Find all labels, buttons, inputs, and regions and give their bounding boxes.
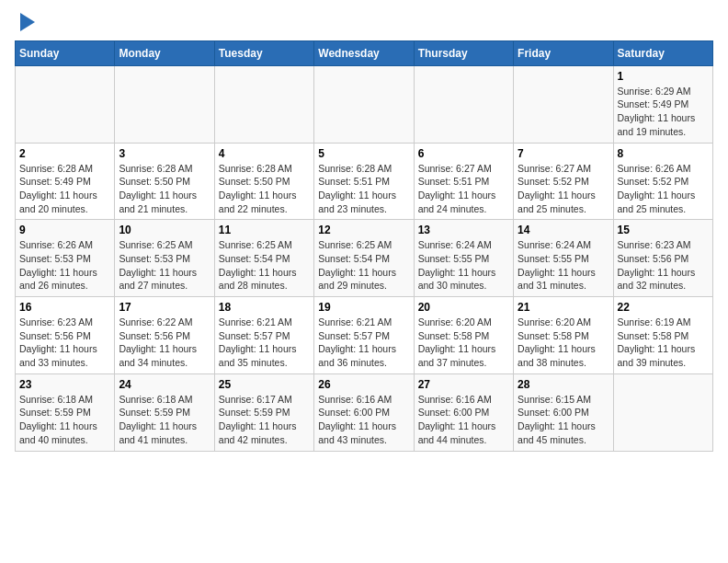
sunrise-label: Sunrise: 6:20 AM: [518, 316, 591, 327]
sunset-label: Sunset: 5:51 PM: [418, 176, 490, 187]
day-info: Sunrise: 6:25 AM Sunset: 5:54 PM Dayligh…: [219, 238, 310, 293]
empty-cell: [19, 70, 110, 134]
day-info: Sunrise: 6:24 AM Sunset: 5:55 PM Dayligh…: [518, 238, 609, 293]
daylight-label: Daylight: 11 hours and 19 minutes.: [618, 112, 696, 137]
day-number: 23: [19, 378, 110, 391]
daylight-label: Daylight: 11 hours and 36 minutes.: [318, 343, 396, 368]
daylight-label: Daylight: 11 hours and 43 minutes.: [318, 420, 396, 445]
daylight-label: Daylight: 11 hours and 40 minutes.: [19, 420, 97, 445]
empty-cell: [219, 70, 310, 134]
day-info: Sunrise: 6:20 AM Sunset: 5:58 PM Dayligh…: [518, 316, 609, 370]
sunset-label: Sunset: 5:56 PM: [19, 330, 91, 341]
daylight-label: Daylight: 11 hours and 20 minutes.: [19, 190, 97, 214]
day-number: 21: [518, 301, 609, 314]
calendar-cell: 18 Sunrise: 6:21 AM Sunset: 5:57 PM Dayl…: [214, 297, 313, 374]
sunrise-label: Sunrise: 6:24 AM: [518, 239, 591, 250]
daylight-label: Daylight: 11 hours and 35 minutes.: [219, 343, 297, 368]
calendar-cell: 13 Sunrise: 6:24 AM Sunset: 5:55 PM Dayl…: [414, 220, 513, 297]
calendar-body: 1 Sunrise: 6:29 AM Sunset: 5:49 PM Dayli…: [16, 65, 713, 451]
sunrise-label: Sunrise: 6:16 AM: [318, 394, 392, 405]
sunset-label: Sunset: 5:53 PM: [119, 253, 190, 264]
calendar-cell: [214, 65, 313, 143]
calendar-day-header: Sunday: [16, 40, 115, 65]
day-info: Sunrise: 6:16 AM Sunset: 6:00 PM Dayligh…: [318, 393, 409, 447]
sunrise-label: Sunrise: 6:28 AM: [318, 163, 392, 174]
day-info: Sunrise: 6:15 AM Sunset: 6:00 PM Dayligh…: [518, 393, 609, 447]
day-number: 11: [219, 224, 310, 236]
day-number: 5: [318, 147, 409, 160]
sunset-label: Sunset: 5:53 PM: [19, 253, 91, 264]
day-number: 1: [618, 70, 709, 83]
day-number: 18: [219, 301, 310, 314]
daylight-label: Daylight: 11 hours and 44 minutes.: [418, 420, 496, 445]
day-info: Sunrise: 6:28 AM Sunset: 5:50 PM Dayligh…: [219, 162, 310, 216]
day-info: Sunrise: 6:20 AM Sunset: 5:58 PM Dayligh…: [418, 316, 509, 370]
daylight-label: Daylight: 11 hours and 24 minutes.: [418, 190, 496, 214]
day-number: 7: [518, 147, 609, 160]
daylight-label: Daylight: 11 hours and 31 minutes.: [518, 267, 596, 292]
day-info: Sunrise: 6:26 AM Sunset: 5:52 PM Dayligh…: [618, 162, 709, 216]
sunset-label: Sunset: 6:00 PM: [318, 407, 390, 418]
day-info: Sunrise: 6:21 AM Sunset: 5:57 PM Dayligh…: [318, 316, 409, 370]
day-number: 8: [618, 147, 709, 160]
calendar-cell: 26 Sunrise: 6:16 AM Sunset: 6:00 PM Dayl…: [314, 373, 414, 451]
calendar-cell: 21 Sunrise: 6:20 AM Sunset: 5:58 PM Dayl…: [514, 297, 613, 374]
calendar-week-row: 2 Sunrise: 6:28 AM Sunset: 5:49 PM Dayli…: [16, 143, 713, 220]
calendar-cell: 27 Sunrise: 6:16 AM Sunset: 6:00 PM Dayl…: [414, 373, 513, 451]
day-info: Sunrise: 6:24 AM Sunset: 5:55 PM Dayligh…: [418, 238, 509, 293]
logo: [15, 15, 35, 33]
calendar-cell: 15 Sunrise: 6:23 AM Sunset: 5:56 PM Dayl…: [613, 220, 712, 297]
daylight-label: Daylight: 11 hours and 27 minutes.: [119, 267, 197, 292]
sunrise-label: Sunrise: 6:19 AM: [618, 316, 691, 327]
sunset-label: Sunset: 5:54 PM: [219, 253, 290, 264]
daylight-label: Daylight: 11 hours and 32 minutes.: [618, 267, 696, 292]
calendar-cell: 11 Sunrise: 6:25 AM Sunset: 5:54 PM Dayl…: [214, 220, 313, 297]
daylight-label: Daylight: 11 hours and 25 minutes.: [618, 190, 696, 214]
sunset-label: Sunset: 5:54 PM: [318, 253, 390, 264]
calendar-cell: 16 Sunrise: 6:23 AM Sunset: 5:56 PM Dayl…: [16, 297, 115, 374]
day-info: Sunrise: 6:18 AM Sunset: 5:59 PM Dayligh…: [19, 393, 110, 447]
sunset-label: Sunset: 5:49 PM: [618, 98, 689, 109]
day-info: Sunrise: 6:21 AM Sunset: 5:57 PM Dayligh…: [219, 316, 310, 370]
sunrise-label: Sunrise: 6:25 AM: [119, 239, 192, 250]
daylight-label: Daylight: 11 hours and 23 minutes.: [318, 190, 396, 214]
day-info: Sunrise: 6:18 AM Sunset: 5:59 PM Dayligh…: [119, 393, 210, 447]
calendar-cell: 24 Sunrise: 6:18 AM Sunset: 5:59 PM Dayl…: [115, 373, 214, 451]
day-number: 28: [518, 378, 609, 391]
sunset-label: Sunset: 5:58 PM: [518, 330, 589, 341]
sunrise-label: Sunrise: 6:15 AM: [518, 394, 591, 405]
day-number: 27: [418, 378, 509, 391]
sunrise-label: Sunrise: 6:20 AM: [418, 316, 492, 327]
day-info: Sunrise: 6:23 AM Sunset: 5:56 PM Dayligh…: [19, 316, 110, 370]
daylight-label: Daylight: 11 hours and 30 minutes.: [418, 267, 496, 292]
daylight-label: Daylight: 11 hours and 42 minutes.: [219, 420, 297, 445]
day-info: Sunrise: 6:17 AM Sunset: 5:59 PM Dayligh…: [219, 393, 310, 447]
daylight-label: Daylight: 11 hours and 34 minutes.: [119, 343, 197, 368]
day-number: 14: [518, 224, 609, 236]
daylight-label: Daylight: 11 hours and 38 minutes.: [518, 343, 596, 368]
calendar-cell: 22 Sunrise: 6:19 AM Sunset: 5:58 PM Dayl…: [613, 297, 712, 374]
calendar-day-header: Saturday: [613, 40, 712, 65]
sunrise-label: Sunrise: 6:28 AM: [119, 163, 192, 174]
empty-cell: [119, 70, 210, 134]
daylight-label: Daylight: 11 hours and 25 minutes.: [518, 190, 596, 214]
sunrise-label: Sunrise: 6:18 AM: [119, 394, 192, 405]
day-info: Sunrise: 6:25 AM Sunset: 5:53 PM Dayligh…: [119, 238, 210, 293]
day-number: 20: [418, 301, 509, 314]
sunset-label: Sunset: 5:58 PM: [418, 330, 490, 341]
calendar-day-header: Tuesday: [214, 40, 313, 65]
calendar-week-row: 1 Sunrise: 6:29 AM Sunset: 5:49 PM Dayli…: [16, 65, 713, 143]
calendar-day-header: Monday: [115, 40, 214, 65]
daylight-label: Daylight: 11 hours and 45 minutes.: [518, 420, 596, 445]
day-info: Sunrise: 6:23 AM Sunset: 5:56 PM Dayligh…: [618, 238, 709, 293]
daylight-label: Daylight: 11 hours and 37 minutes.: [418, 343, 496, 368]
sunset-label: Sunset: 5:51 PM: [318, 176, 390, 187]
sunrise-label: Sunrise: 6:28 AM: [19, 163, 93, 174]
calendar-cell: [314, 65, 414, 143]
sunrise-label: Sunrise: 6:27 AM: [518, 163, 591, 174]
sunset-label: Sunset: 5:56 PM: [618, 253, 689, 264]
sunrise-label: Sunrise: 6:23 AM: [19, 316, 93, 327]
sunrise-label: Sunrise: 6:21 AM: [318, 316, 392, 327]
day-info: Sunrise: 6:27 AM Sunset: 5:52 PM Dayligh…: [518, 162, 609, 216]
sunset-label: Sunset: 5:52 PM: [618, 176, 689, 187]
